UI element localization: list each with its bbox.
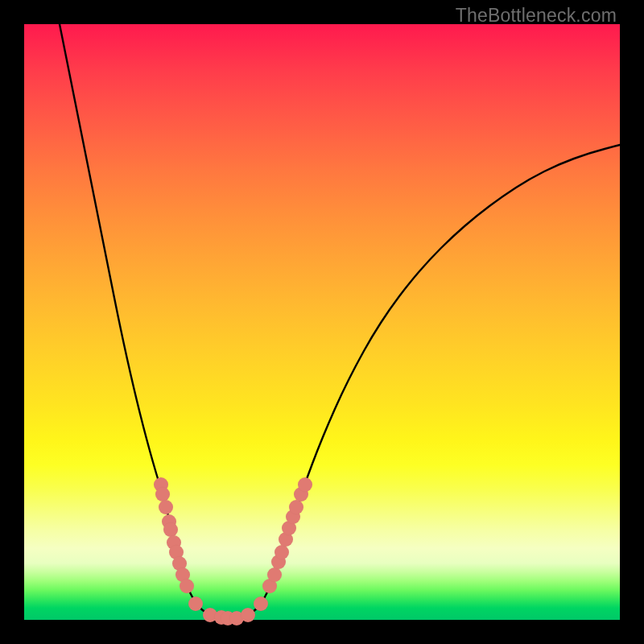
data-dot xyxy=(267,568,282,582)
plot-area xyxy=(24,24,620,620)
chart-frame: TheBottleneck.com xyxy=(0,0,644,644)
data-dot xyxy=(298,477,312,492)
data-dot xyxy=(241,608,255,622)
data-dot xyxy=(180,579,194,593)
chart-svg xyxy=(24,24,620,620)
data-dot xyxy=(188,597,203,611)
left-curve xyxy=(60,24,233,618)
watermark-label: TheBottleneck.com xyxy=(456,5,617,27)
data-dot xyxy=(289,500,303,514)
dot-layer xyxy=(154,477,312,625)
data-dot xyxy=(159,500,173,514)
data-dot xyxy=(275,545,289,559)
data-dot xyxy=(155,487,170,502)
data-dot xyxy=(163,522,178,537)
data-dot xyxy=(254,597,268,611)
right-curve xyxy=(233,145,620,618)
